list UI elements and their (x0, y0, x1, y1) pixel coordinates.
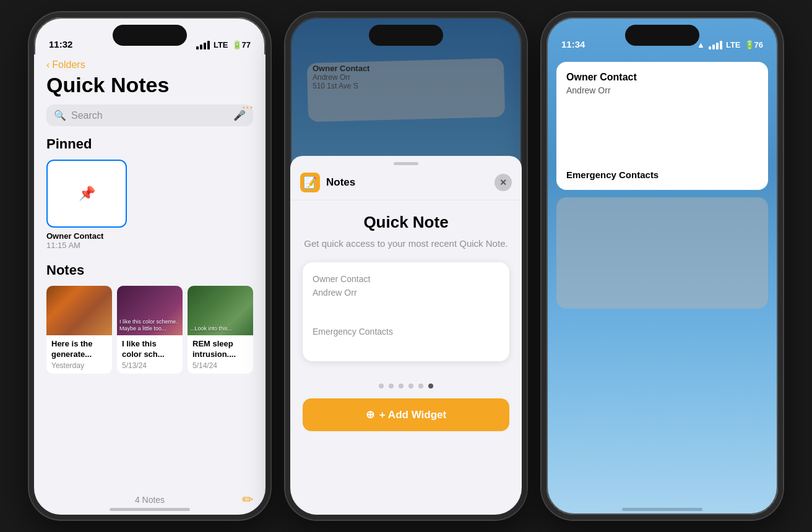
widget-owner-spacer (566, 95, 758, 169)
signal-icon-1 (196, 41, 210, 49)
modal-header: 📝 Notes ✕ (290, 165, 522, 200)
widget-title: Quick Note (303, 213, 509, 232)
note-card-3[interactable]: ...Look into this... REM sleep intrusion… (188, 286, 253, 374)
modal-body: Quick Note Get quick access to your most… (290, 200, 522, 374)
search-bar[interactable]: 🔍 Search 🎤 (46, 105, 253, 126)
status-right-3: ▲ LTE 🔋76 (697, 40, 763, 49)
pinned-note-time: 11:15 AM (46, 241, 266, 250)
time-3: 11:34 (561, 39, 585, 49)
widget-card-owner[interactable]: Owner Contact Andrew Orr Emergency Conta… (556, 62, 768, 190)
back-button[interactable]: ‹ Folders (46, 59, 253, 71)
pinned-section-title: Pinned (34, 136, 266, 152)
widget-overlay-screen: Owner Contact Andrew Orr 510 1st Ave S 📝… (290, 17, 522, 515)
search-placeholder: Search (71, 110, 228, 121)
note-date-2: 5/13/24 (122, 361, 178, 370)
preview-spacer (313, 300, 499, 325)
pin-icon: 📌 (79, 186, 95, 202)
pinned-note-card[interactable]: 📌 (46, 160, 127, 228)
compose-button[interactable]: ✏ (242, 492, 253, 508)
notes-app-icon: 📝 (300, 173, 320, 192)
bottom-bar: 4 Notes ✏ (34, 495, 266, 505)
notes-count: 4 Notes (34, 495, 266, 505)
dot-3 (399, 384, 404, 388)
widget-emergency-title: Emergency Contacts (566, 169, 758, 180)
preview-line-2: Andrew Orr (313, 286, 499, 299)
dynamic-island-1 (113, 25, 187, 46)
widget-owner-subtitle: Andrew Orr (566, 85, 758, 95)
location-icon: ▲ (697, 40, 705, 49)
note-date-3: 5/14/24 (192, 361, 248, 370)
note-card-body-2: I like this color sch... 5/13/24 (117, 335, 183, 374)
plus-icon: ⊕ (366, 408, 374, 421)
time-1: 11:32 (49, 39, 72, 49)
network-type-3: LTE (726, 40, 741, 49)
note-image-1 (46, 286, 112, 335)
widget-preview[interactable]: Owner Contact Andrew Orr Emergency Conta… (303, 262, 509, 361)
add-widget-label: + Add Widget (379, 409, 446, 421)
dot-2 (389, 384, 394, 388)
battery-3: 🔋76 (745, 40, 763, 49)
network-type-1: LTE (214, 40, 228, 49)
note-image-3: ...Look into this... (188, 286, 253, 335)
note-card-body-1: Here is the generate... Yesterday (46, 335, 112, 374)
close-button[interactable]: ✕ (495, 174, 512, 191)
back-label: Folders (52, 59, 85, 71)
note-cards-row: Here is the generate... Yesterday I like… (34, 286, 266, 374)
dynamic-island-3 (625, 25, 699, 46)
widget-description: Get quick access to your most recent Qui… (303, 237, 509, 250)
notes-section-title: Notes (34, 262, 266, 278)
battery-1: 🔋77 (232, 40, 251, 49)
more-button[interactable]: ··· (242, 99, 253, 115)
phone-1: 11:32 LTE 🔋77 ‹ Folders Quick Notes 🔍 Se… (29, 12, 270, 520)
preview-line-1: Owner Contact (313, 272, 499, 286)
dot-1 (379, 384, 384, 388)
phone-2: Owner Contact Andrew Orr 510 1st Ave S 📝… (285, 12, 527, 520)
modal-app-name: Notes (326, 176, 488, 189)
chevron-left-icon: ‹ (46, 59, 50, 71)
pinned-note-title: Owner Contact (46, 231, 127, 241)
close-icon: ✕ (499, 178, 507, 187)
note-title-1: Here is the generate... (51, 339, 107, 360)
signal-icon-3 (709, 41, 722, 49)
modal-sheet: 📝 Notes ✕ Quick Note Get quick access to… (290, 156, 522, 515)
page-dots (290, 384, 522, 388)
notes-list-screen: ‹ Folders Quick Notes 🔍 Search 🎤 ··· Pin… (34, 54, 266, 515)
note-image-3-text: ...Look into this... (190, 325, 251, 333)
dot-4 (408, 384, 413, 388)
widget-owner-title: Owner Contact (566, 72, 758, 83)
status-right-1: LTE 🔋77 (196, 40, 251, 49)
dot-6-active (428, 384, 433, 388)
widget-card-gray[interactable] (556, 197, 768, 309)
add-widget-button[interactable]: ⊕ + Add Widget (303, 398, 509, 431)
note-card-body-3: REM sleep intrusion.... 5/14/24 (188, 335, 253, 374)
dynamic-island-2 (369, 25, 443, 46)
note-title-2: I like this color sch... (122, 339, 178, 360)
dot-5 (418, 384, 423, 388)
preview-line-3: Emergency Contacts (313, 325, 499, 338)
note-date-1: Yesterday (51, 361, 107, 370)
home-indicator-1 (110, 508, 190, 511)
phone-3: 11:34 ▲ LTE 🔋76 Owner Contact Andrew Orr… (542, 12, 783, 520)
notes-header: ‹ Folders Quick Notes 🔍 Search 🎤 (34, 54, 266, 126)
note-title-3: REM sleep intrusion.... (192, 339, 248, 360)
note-image-2: I like this color scheme. Maybe a little… (117, 286, 183, 335)
page-title: Quick Notes (46, 73, 253, 97)
note-card-2[interactable]: I like this color scheme. Maybe a little… (117, 286, 183, 374)
note-image-2-text: I like this color scheme. Maybe a little… (119, 319, 180, 333)
home-indicator-3 (622, 508, 702, 511)
search-icon: 🔍 (54, 109, 66, 121)
notes-section: Notes Here is the generate... Yesterday … (34, 262, 266, 374)
note-card-1[interactable]: Here is the generate... Yesterday (46, 286, 112, 374)
lock-screen: Owner Contact Andrew Orr Emergency Conta… (546, 54, 778, 515)
